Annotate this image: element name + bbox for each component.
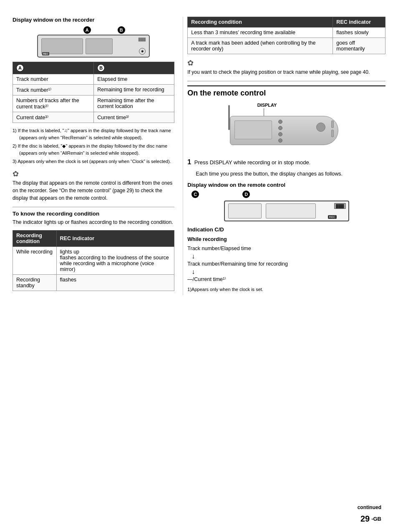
remote-body [230, 116, 338, 145]
rec-col2-header: REC indicator [56, 231, 174, 247]
header-circle-b: B [97, 64, 105, 72]
recording-condition-table-2: Recording condition REC indicator Less t… [187, 17, 385, 54]
cell-b2: Remaining time for recording [94, 85, 174, 95]
indication-cd-title: Indication C/D [187, 226, 385, 233]
right-column: Recording condition REC indicator Less t… [183, 17, 385, 295]
display-window-remote-title: Display window on the remote control [187, 182, 385, 188]
remote-display-area [234, 120, 272, 139]
recorder-display-illustration: A B REC ▓▓▓ ✱ [13, 26, 174, 58]
remote-illustration: DISPLAY [187, 103, 385, 157]
tip1-text: The display that appears on the remote c… [13, 179, 174, 202]
flow-item-1: Track number/Elapsed time [187, 246, 251, 251]
rec-tag: REC [42, 52, 49, 55]
remote-screen-d [266, 203, 316, 218]
subsection-recording-condition-body: The indicator lights up or flashes accor… [13, 218, 174, 226]
cell-b1: Elapsed time [94, 74, 174, 85]
step1-text: Press DISPLAY while recording or in stop… [194, 158, 361, 167]
rec2-col1-header: Recording condition [188, 17, 333, 28]
display-window-title: Display window on the recorder [13, 17, 174, 23]
rec-col1-header: Recording condition [13, 231, 57, 247]
rec2-condition-2: A track mark has been added (when contro… [188, 38, 333, 54]
circle-c: C [191, 191, 199, 198]
table-row: Recording standby flashes [13, 275, 174, 291]
remote-side-btns [331, 120, 334, 137]
screen-b [86, 38, 113, 54]
flow-footnote: 1)Appears only when the clock is set. [187, 286, 385, 294]
remote-btn-1 [278, 120, 282, 124]
divider-2 [187, 81, 385, 81]
rec-indicator-2: flashes [56, 275, 174, 291]
remote-buttons-group [278, 120, 282, 143]
ab-labels-row: A B [83, 26, 127, 34]
remote-side-btn [331, 120, 334, 128]
circle-b: B [118, 26, 125, 34]
tip1-icon: ✿ [13, 169, 19, 178]
footnote-2: 2) If the disc is labeled, "◆" appears i… [13, 143, 174, 156]
tip2-text: If you want to check the playing positio… [187, 68, 385, 76]
recording-condition-table: Recording condition REC indicator While … [13, 230, 174, 291]
remote-screen-c [228, 203, 262, 218]
circle-a: A [83, 26, 91, 34]
remote-rec-badge: REC [328, 215, 337, 219]
rec-condition-2: Recording standby [13, 275, 57, 291]
while-recording-title: While recording [187, 236, 227, 242]
footnotes: 1) If the track is labeled, "♫" appears … [13, 127, 174, 165]
display-label: DISPLAY [257, 103, 277, 108]
remote-btn-4 [278, 138, 282, 143]
page-suffix: -GB [371, 516, 381, 522]
step1-number: 1 [187, 158, 191, 166]
table-row: While recording lights up flashes accord… [13, 247, 174, 275]
col-a-header: A [13, 62, 94, 74]
remote-btn-3 [278, 132, 282, 136]
table-row: Numbers of tracks after the current trac… [13, 95, 174, 112]
table-row: Track number Elapsed time [13, 74, 174, 85]
rec-indicator-1: lights up flashes according to the loudn… [56, 247, 174, 275]
table-row: A track mark has been added (when contro… [188, 38, 385, 54]
battery-icon: ▓▓▓ [139, 38, 146, 41]
rec2-condition-1: Less than 3 minutes’ recording time avai… [188, 28, 333, 38]
recorder-device: REC ▓▓▓ ✱ [37, 35, 150, 58]
table-row: Less than 3 minutes’ recording time avai… [188, 28, 385, 38]
page-number: 29 [360, 514, 370, 524]
screen-a [41, 38, 83, 54]
continued-text: continued [358, 504, 381, 510]
divider-1 [13, 207, 174, 207]
step1-block: 1 Press DISPLAY while recording or in st… [187, 158, 385, 167]
rec-condition-1: While recording [13, 247, 57, 275]
tip1-block: ✿ The display that appears on the remote… [13, 169, 174, 202]
remote-display-window-block: C D REC ▓▓▓ [187, 191, 385, 221]
flow-arrow-2: ↓ [191, 269, 385, 275]
subsection-recording-condition-title: To know the recording condition [13, 211, 174, 217]
circle-d: D [242, 191, 250, 198]
label-d-circle: D [242, 191, 252, 198]
rec2-indicator-1: flashes slowly [333, 28, 385, 38]
rec2-col2-header: REC indicator [333, 17, 385, 28]
col-b-header: B [94, 62, 174, 74]
cell-a2: Track number¹⁾ [13, 85, 94, 95]
remote-btn-2 [278, 126, 282, 130]
footnote-1: 1) If the track is labeled, "♫" appears … [13, 127, 174, 141]
cd-labels-row: C D [191, 191, 252, 198]
tip2-icon: ✿ [187, 58, 194, 68]
while-recording-block: While recording Track number/Elapsed tim… [187, 235, 385, 294]
flow-arrow-1: ↓ [191, 253, 385, 260]
cell-a4: Current date³⁾ [13, 112, 94, 123]
cell-a3: Numbers of tracks after the current trac… [13, 95, 94, 112]
table-row: Current date³⁾ Current time³⁾ [13, 112, 174, 123]
remote-display-window: REC ▓▓▓ [224, 201, 349, 221]
step1-subtext: Each time you press the button, the disp… [196, 170, 385, 178]
label-a-above: A [83, 26, 93, 34]
rec2-indicator-2: goes off momentarily [333, 38, 385, 54]
label-b-above: B [118, 26, 127, 34]
remote-battery-icon: ▓▓▓ [334, 203, 346, 209]
flow-item-3: —/Current time¹⁾ [187, 276, 226, 282]
remote-side-btn2 [331, 130, 334, 137]
display-info-table: A B Track number Elapsed time Track numb… [13, 62, 174, 123]
left-column: Display window on the recorder A B REC ▓… [13, 17, 183, 295]
flow-item-2: Track number/Remaining time for recordin… [187, 261, 288, 267]
round-icon: ✱ [139, 48, 146, 55]
display-arrow-line [264, 108, 264, 117]
remote-round-btn [316, 123, 325, 132]
remote-end-buttons [316, 123, 325, 132]
remote-section-title: On the remote control [187, 85, 385, 98]
